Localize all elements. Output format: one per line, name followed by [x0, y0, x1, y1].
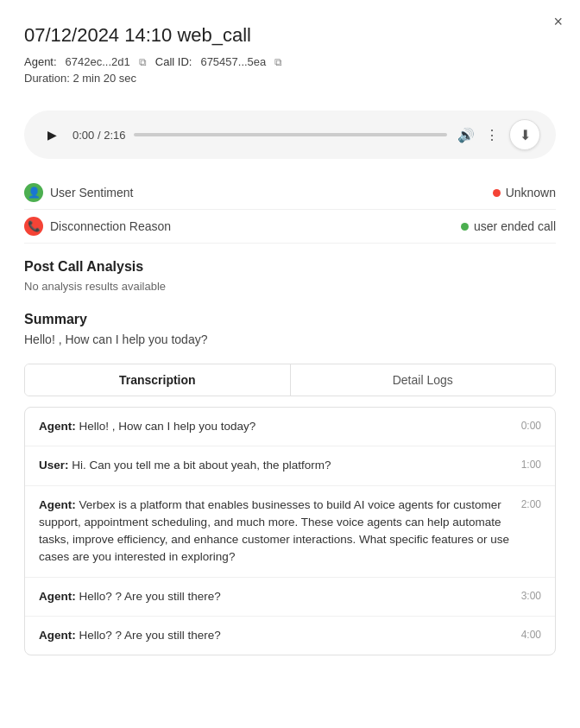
transcription-panel[interactable]: Agent: Hello! , How can I help you today…: [24, 407, 556, 655]
current-time: 0:00: [72, 129, 94, 142]
duration-value: 2 min 20 sec: [72, 72, 136, 85]
transcript-message: Hello? ? Are you still there?: [76, 590, 221, 603]
speaker-label: Agent:: [39, 590, 76, 603]
tab-transcription[interactable]: Transcription: [25, 364, 291, 396]
summary-title: Summary: [24, 312, 556, 327]
transcript-timestamp: 4:00: [521, 627, 541, 641]
duration-label: Duration:: [24, 72, 70, 85]
post-call-body: No analysis results available: [24, 280, 556, 293]
disconnection-right: user ended call: [461, 219, 556, 233]
more-options-button[interactable]: ⋮: [483, 125, 501, 145]
transcript-message: Hello! , How can I help you today?: [76, 420, 256, 433]
transcript-message: Hi. Can you tell me a bit about yeah, th…: [69, 459, 331, 472]
tabs: Transcription Detail Logs: [24, 364, 556, 396]
disconnection-row: 📞 Disconnection Reason user ended call: [24, 210, 556, 244]
transcript-timestamp: 2:00: [521, 497, 541, 510]
table-row: Agent: Hello? ? Are you still there?4:00: [25, 617, 555, 655]
summary-text: Hello! , How can I help you today?: [24, 332, 556, 346]
agent-id: 6742ec...2d1: [66, 55, 130, 68]
agent-copy-icon[interactable]: ⧉: [139, 56, 147, 68]
call-id-label: Call ID:: [155, 55, 192, 68]
download-icon: ⬇: [520, 127, 531, 143]
progress-bar[interactable]: [134, 133, 447, 136]
transcript-timestamp: 3:00: [521, 588, 541, 602]
user-sentiment-value: Unknown: [506, 186, 556, 199]
user-sentiment-dot: [493, 189, 501, 197]
transcript-text: Agent: Hello? ? Are you still there?: [39, 588, 511, 605]
agent-row: Agent: 6742ec...2d1 ⧉ Call ID: 675457...…: [24, 55, 556, 68]
transcript-text: Agent: Hello? ? Are you still there?: [39, 627, 511, 644]
duration-row: Duration: 2 min 20 sec: [24, 72, 556, 85]
play-button[interactable]: ▶: [40, 123, 64, 147]
table-row: Agent: Hello? ? Are you still there?3:00: [25, 578, 555, 617]
audio-player: ▶ 0:00 / 2:16 🔊 ⋮ ⬇: [24, 111, 556, 159]
disconnection-left: 📞 Disconnection Reason: [24, 217, 171, 236]
transcript-text: Agent: Verbex is a platform that enables…: [39, 497, 511, 567]
user-sentiment-icon: 👤: [24, 183, 43, 202]
transcript-timestamp: 0:00: [521, 418, 541, 432]
transcript-text: User: Hi. Can you tell me a bit about ye…: [39, 457, 511, 474]
disconnection-value: user ended call: [474, 219, 556, 233]
transcript-text: Agent: Hello! , How can I help you today…: [39, 418, 511, 435]
page-title: 07/12/2024 14:10 web_call: [24, 24, 556, 47]
agent-label: Agent:: [24, 55, 57, 68]
header-section: 07/12/2024 14:10 web_call Agent: 6742ec.…: [0, 0, 580, 95]
time-display: 0:00 / 2:16: [72, 129, 125, 142]
post-call-title: Post Call Analysis: [24, 259, 556, 275]
table-row: Agent: Verbex is a platform that enables…: [25, 486, 555, 578]
info-rows: 👤 User Sentiment Unknown 📞 Disconnection…: [0, 166, 580, 244]
disconnection-label: Disconnection Reason: [50, 219, 171, 233]
table-row: Agent: Hello! , How can I help you today…: [25, 408, 555, 446]
close-button[interactable]: ×: [550, 10, 566, 33]
speaker-label: Agent:: [39, 629, 76, 642]
speaker-label: User:: [39, 459, 69, 472]
volume-button[interactable]: 🔊: [456, 125, 476, 145]
post-call-section: Post Call Analysis No analysis results a…: [0, 244, 580, 293]
transcript-timestamp: 1:00: [521, 457, 541, 471]
audio-controls: 🔊 ⋮: [456, 125, 501, 145]
user-sentiment-left: 👤 User Sentiment: [24, 183, 133, 202]
user-sentiment-row: 👤 User Sentiment Unknown: [24, 176, 556, 210]
table-row: User: Hi. Can you tell me a bit about ye…: [25, 446, 555, 485]
tab-detail-logs[interactable]: Detail Logs: [291, 364, 556, 396]
user-sentiment-right: Unknown: [493, 186, 556, 199]
call-id-copy-icon[interactable]: ⧉: [274, 56, 282, 68]
transcript-message: Verbex is a platform that enables busine…: [39, 498, 509, 564]
total-time: 2:16: [104, 129, 125, 142]
speaker-label: Agent:: [39, 498, 76, 511]
speaker-label: Agent:: [39, 420, 76, 433]
disconnection-icon: 📞: [24, 217, 43, 236]
download-button[interactable]: ⬇: [509, 119, 540, 150]
summary-section: Summary Hello! , How can I help you toda…: [0, 296, 580, 346]
call-id: 675457...5ea: [200, 55, 266, 68]
disconnection-dot: [461, 223, 469, 231]
play-icon: ▶: [47, 128, 57, 142]
transcript-message: Hello? ? Are you still there?: [76, 629, 221, 642]
user-sentiment-label: User Sentiment: [50, 186, 133, 199]
